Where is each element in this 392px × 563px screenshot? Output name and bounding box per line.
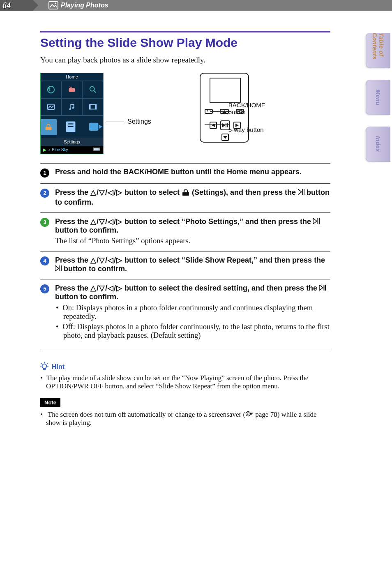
svg-marker-41 <box>319 285 323 291</box>
now-playing-track: Blue Sky <box>52 148 68 152</box>
tab-index[interactable]: Index <box>366 127 390 162</box>
hint-text: The play mode of a slide show can be set… <box>40 374 330 390</box>
down-button-icon <box>221 134 229 141</box>
svg-marker-18 <box>99 125 102 129</box>
home-icon-initial-search <box>82 81 103 98</box>
home-icon-photo-library <box>41 98 62 115</box>
svg-rect-39 <box>60 265 60 271</box>
svg-point-44 <box>42 364 47 369</box>
side-tabs: Table of Contents Menu Index <box>366 33 392 162</box>
svg-rect-45 <box>44 368 46 369</box>
step-3-detail: The list of “Photo Settings” options app… <box>55 237 330 245</box>
page-content: Setting the Slide Show Play Mode You can… <box>40 31 330 427</box>
home-icon-video-library <box>82 98 103 115</box>
step-4: 4 Press the △/▽/◁/▷ button to select “Sl… <box>40 251 330 279</box>
note-label: Note <box>40 398 60 407</box>
svg-rect-13 <box>46 127 52 130</box>
page-number: 64 <box>2 1 11 10</box>
step-2: 2 Press the △/▽/◁/▷ button to select (Se… <box>40 183 330 212</box>
device-home-screen: Home <box>40 73 104 154</box>
step-bullet-5: 5 <box>40 284 49 293</box>
photo-section-icon <box>48 1 58 9</box>
screen-now-playing-bar: ▶ ♪ Blue Sky <box>41 146 103 154</box>
device-screen-outline <box>210 78 241 103</box>
tab-table-of-contents[interactable]: Table of Contents <box>366 33 390 68</box>
device-illustration: BACK/HOME button 5-way button <box>163 73 286 143</box>
play-pause-icon <box>319 285 326 291</box>
step-bullet-2: 2 <box>40 189 49 198</box>
hint-block: Hint The play mode of a slide show can b… <box>40 362 330 390</box>
svg-marker-32 <box>298 189 302 195</box>
svg-rect-21 <box>94 148 99 151</box>
step-5-options: On: Displays photos in a photo folder co… <box>55 304 330 340</box>
hint-label: Hint <box>52 363 65 371</box>
svg-rect-37 <box>319 218 320 224</box>
option-on: On: Displays photos in a photo folder co… <box>56 304 330 321</box>
svg-rect-3 <box>69 88 75 92</box>
section-title: Playing Photos <box>61 2 108 9</box>
svg-point-1 <box>55 2 56 4</box>
figure-settings-label: Settings <box>127 118 151 125</box>
home-icon-fm-radio <box>62 81 83 98</box>
page-reference-icon <box>245 411 254 417</box>
hint-bulb-icon <box>40 362 48 372</box>
svg-line-48 <box>47 363 48 364</box>
svg-rect-16 <box>68 126 73 127</box>
svg-rect-42 <box>324 285 325 291</box>
svg-rect-43 <box>325 285 326 291</box>
home-icon-now-playing <box>87 119 103 135</box>
steps-list: 1 Press and hold the BACK/HOME button un… <box>40 163 330 349</box>
callout-back-home: BACK/HOME button <box>228 102 278 115</box>
step-5-text: Press the △/▽/◁/▷ button to select the d… <box>55 284 330 301</box>
svg-point-51 <box>246 412 251 416</box>
svg-marker-35 <box>313 218 317 224</box>
svg-rect-20 <box>99 149 100 150</box>
leader-line <box>205 124 230 125</box>
option-off: Off: Displays photos in a photo folder c… <box>56 323 330 340</box>
svg-rect-31 <box>182 192 189 196</box>
svg-point-9 <box>72 107 74 109</box>
step-1: 1 Press and hold the BACK/HOME button un… <box>40 163 330 183</box>
leader-line <box>106 122 124 122</box>
battery-icon <box>93 148 101 152</box>
svg-line-4 <box>69 87 72 88</box>
page-header: 64 Playing Photos <box>0 0 392 11</box>
page-number-chip: 64 <box>0 0 33 11</box>
play-indicator-icon: ▶ <box>43 148 46 152</box>
svg-rect-12 <box>95 105 96 109</box>
left-button-icon <box>210 122 217 129</box>
svg-rect-15 <box>68 123 73 124</box>
play-pause-icon <box>298 189 304 195</box>
screen-selected-label: Settings <box>41 138 103 146</box>
tab-index-label: Index <box>375 136 381 152</box>
note-block: Note The screen does not turn off automa… <box>40 398 330 427</box>
play-pause-icon <box>313 218 320 224</box>
svg-rect-36 <box>318 218 318 224</box>
note-text: The screen does not turn off automatical… <box>40 411 330 427</box>
step-4-text: Press the △/▽/◁/▷ button to select “Slid… <box>55 256 330 273</box>
intro-text: You can play back photos as a slide show… <box>40 55 330 65</box>
svg-rect-33 <box>302 189 303 195</box>
tab-menu[interactable]: Menu <box>366 80 390 115</box>
home-icon-music-library <box>62 98 83 115</box>
svg-marker-38 <box>55 265 59 271</box>
svg-point-8 <box>69 108 71 110</box>
svg-rect-11 <box>89 105 90 109</box>
svg-marker-30 <box>223 136 227 139</box>
title-rule <box>40 31 330 32</box>
callout-5way: 5-way button <box>228 126 282 133</box>
figure-row: Home <box>40 73 330 154</box>
step-5: 5 Press the △/▽/◁/▷ button to select the… <box>40 279 330 349</box>
step-bullet-4: 4 <box>40 256 49 265</box>
step-bullet-1: 1 <box>40 168 49 178</box>
svg-rect-17 <box>89 123 99 131</box>
svg-line-47 <box>41 363 42 364</box>
screen-header: Home <box>41 73 103 81</box>
step-3-text: Press the △/▽/◁/▷ button to select “Phot… <box>55 217 330 235</box>
step-3: 3 Press the △/▽/◁/▷ button to select “Ph… <box>40 212 330 251</box>
step-1-text: Press and hold the BACK/HOME button unti… <box>55 168 330 176</box>
home-icon-playlists <box>64 119 80 135</box>
note-icon: ♪ <box>48 148 50 152</box>
tab-menu-label: Menu <box>375 90 381 106</box>
leader-line <box>210 111 231 112</box>
